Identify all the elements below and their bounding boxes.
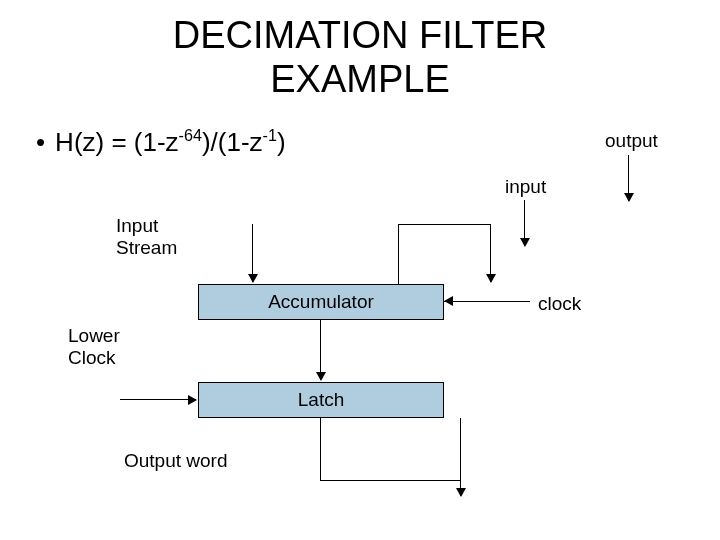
- arrow-input-stream-to-accum: [252, 224, 253, 282]
- title-line-2: EXAMPLE: [270, 58, 450, 100]
- arrow-lower-clock-to-latch: [120, 399, 196, 400]
- label-input: input: [505, 176, 546, 198]
- feedback-up: [398, 224, 399, 284]
- latch-out-down2: [460, 418, 461, 496]
- eq-exp2: -1: [263, 126, 277, 144]
- label-clock: clock: [538, 293, 581, 315]
- label-input-stream-l1: Input: [116, 215, 158, 236]
- eq-prefix: H(z) = (1-z: [55, 127, 179, 157]
- eq-suffix: ): [277, 127, 286, 157]
- feedback-down: [490, 224, 491, 282]
- latch-out-horiz: [320, 480, 460, 481]
- box-accumulator: Accumulator: [198, 284, 444, 320]
- box-latch: Latch: [198, 382, 444, 418]
- label-output: output: [605, 130, 658, 152]
- arrow-accum-to-latch: [320, 320, 321, 380]
- clock-line: [444, 301, 530, 302]
- arrow-output-down: [628, 155, 629, 201]
- feedback-horiz: [398, 224, 490, 225]
- eq-exp1: -64: [179, 126, 202, 144]
- label-lower-clock: Lower Clock: [68, 325, 138, 369]
- eq-mid: )/(1-z: [202, 127, 263, 157]
- label-input-stream-l2: Stream: [116, 237, 177, 258]
- bullet-equation: • H(z) = (1-z-64)/(1-z-1): [36, 128, 286, 157]
- equation-text: H(z) = (1-z-64)/(1-z-1): [55, 128, 285, 157]
- arrowhead-clock-left: [444, 296, 453, 306]
- arrow-input-down: [524, 200, 525, 246]
- label-output-word: Output word: [124, 450, 228, 472]
- label-lower-clock-l1: Lower: [68, 325, 120, 346]
- title-line-1: DECIMATION FILTER: [173, 14, 547, 56]
- bullet-dot: •: [36, 128, 45, 157]
- label-input-stream: Input Stream: [116, 215, 186, 259]
- slide-title: DECIMATION FILTER EXAMPLE: [0, 0, 720, 101]
- latch-out-down1: [320, 418, 321, 480]
- label-lower_clock-l2: Clock: [68, 347, 116, 368]
